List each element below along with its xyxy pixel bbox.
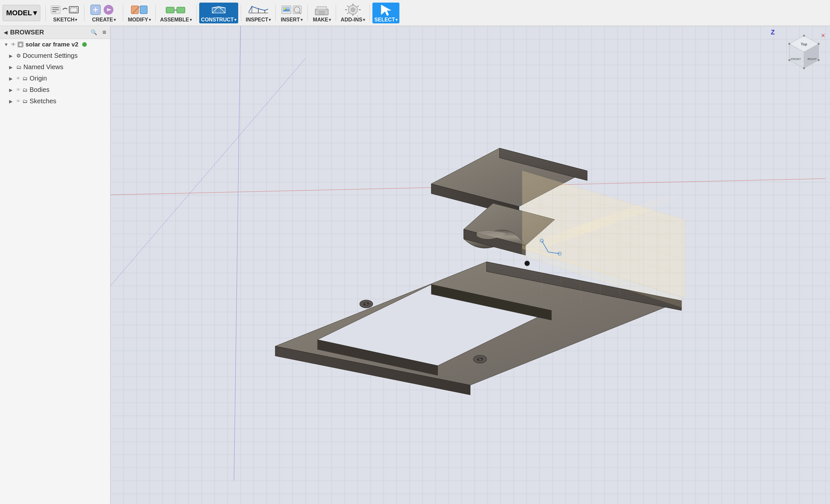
svg-point-92: [789, 59, 790, 61]
root-label: solar car frame v2: [25, 41, 78, 48]
modify-label: MODIFY ▾: [128, 17, 151, 23]
svg-point-94: [803, 67, 805, 69]
bodies-eye-icon[interactable]: 👁: [16, 87, 21, 92]
close-cube-icon[interactable]: ✕: [821, 32, 825, 39]
svg-rect-14: [177, 7, 185, 13]
root-collapse-icon: ▼: [4, 42, 9, 47]
addins-label: ADD-INS ▾: [341, 17, 365, 23]
toolbar-inspect[interactable]: INSPECT ▾: [244, 3, 273, 23]
make-label: MAKE ▾: [313, 17, 331, 23]
toolbar-divider-3: [123, 5, 123, 21]
browser-header[interactable]: ◀ BROWSER 🔍 ≡: [0, 26, 110, 39]
browser-item-doc-settings[interactable]: ▶ ⚙ Document Settings: [0, 50, 110, 61]
select-label: SELECT ▾: [374, 17, 397, 23]
toolbar-divider-8: [308, 5, 308, 21]
make-icons: [314, 3, 330, 16]
named-views-expand-icon: ▶: [9, 65, 14, 70]
svg-point-89: [789, 43, 790, 45]
browser-item-origin[interactable]: ▶ 👁 🗂 Origin: [0, 73, 110, 84]
svg-point-29: [284, 7, 286, 9]
model-dropdown-icon: ▾: [33, 9, 37, 17]
svg-rect-12: [140, 6, 147, 14]
viewport: Z: [110, 26, 830, 504]
model-svg: [243, 119, 698, 411]
toolbar-divider-9: [336, 5, 336, 21]
doc-settings-expand-icon: ▶: [9, 53, 14, 59]
root-eye-icon[interactable]: 👁: [11, 42, 15, 47]
modify-icons: [130, 3, 149, 16]
browser-item-named-views[interactable]: ▶ 🗂 Named Views: [0, 61, 110, 73]
toolbar-select[interactable]: SELECT ▾: [373, 3, 400, 23]
model-3d[interactable]: [110, 26, 830, 504]
browser-back-icon: ◀: [4, 30, 7, 35]
origin-label: Origin: [30, 75, 47, 82]
inspect-label: INSPECT ▾: [246, 17, 271, 23]
toolbar-divider-6: [241, 5, 241, 21]
svg-text:RIGHT: RIGHT: [807, 58, 817, 61]
doc-settings-gear-icon: ⚙: [16, 53, 21, 59]
browser-title: BROWSER: [10, 29, 44, 36]
toolbar-divider-10: [370, 5, 370, 21]
toolbar-make[interactable]: MAKE ▾: [310, 3, 333, 23]
view-cube[interactable]: Top FRONT RIGHT ✕: [785, 32, 824, 71]
browser-search-icon[interactable]: 🔍: [91, 29, 97, 35]
construct-label: CONSTRUCT ▾: [201, 17, 236, 23]
named-views-label: Named Views: [23, 63, 63, 71]
svg-rect-34: [317, 6, 327, 10]
origin-folder-icon: 🗂: [23, 76, 28, 81]
svg-rect-13: [166, 7, 174, 13]
toolbar-divider-4: [155, 5, 156, 21]
sketches-eye-icon[interactable]: 👁: [16, 99, 21, 104]
root-active-indicator: [82, 42, 87, 47]
toolbar-divider-2: [84, 5, 85, 21]
bodies-folder-icon: 🗂: [23, 87, 28, 93]
insert-label: INSERT ▾: [281, 17, 302, 23]
toolbar-addins[interactable]: ADD-INS ▾: [339, 3, 367, 23]
browser-menu-icon[interactable]: ≡: [102, 29, 106, 36]
create-label: CREATE ▾: [92, 17, 116, 23]
insert-icons: [280, 3, 303, 16]
browser-item-root[interactable]: ▼ 👁 ■ solar car frame v2: [0, 39, 110, 50]
root-folder-icon: ■: [18, 41, 23, 47]
svg-point-93: [818, 59, 820, 61]
browser-panel: ◀ BROWSER 🔍 ≡ ▼ 👁 ■ solar car frame v2 ▶…: [0, 26, 110, 504]
sketch-dropdown-icon: ▾: [75, 18, 77, 22]
bodies-expand-icon: ▶: [9, 87, 14, 93]
toolbar-create[interactable]: CREATE ▾: [87, 3, 120, 23]
toolbar-construct[interactable]: CONSTRUCT ▾: [199, 3, 238, 23]
svg-marker-16: [212, 8, 225, 13]
toolbar-divider-7: [275, 5, 276, 21]
bodies-label: Bodies: [30, 86, 50, 94]
model-label: MODEL: [6, 9, 32, 17]
named-views-folder-icon: 🗂: [16, 64, 22, 70]
toolbar-insert[interactable]: INSERT ▾: [278, 3, 305, 23]
toolbar-sketch[interactable]: SKETCH ▾: [49, 3, 82, 23]
origin-eye-icon[interactable]: 👁: [16, 76, 21, 81]
svg-rect-11: [131, 6, 138, 14]
select-icons: [378, 3, 394, 16]
create-icons: [89, 3, 118, 16]
sketches-label: Sketches: [30, 97, 56, 105]
browser-item-sketches[interactable]: ▶ 👁 🗂 Sketches: [0, 96, 110, 107]
toolbar-assemble[interactable]: ASSEMBLE ▾: [158, 3, 194, 23]
svg-point-91: [803, 35, 805, 37]
toolbar-divider-1: [45, 5, 46, 21]
toolbar: MODEL ▾ SKETCH ▾: [0, 0, 830, 26]
addins-icons: [345, 3, 361, 16]
browser-item-bodies[interactable]: ▶ 👁 🗂 Bodies: [0, 84, 110, 96]
origin-expand-icon: ▶: [9, 76, 14, 81]
svg-point-39: [351, 8, 355, 12]
toolbar-divider-5: [196, 5, 197, 21]
svg-text:Top: Top: [801, 42, 807, 46]
model-selector[interactable]: MODEL ▾: [3, 5, 40, 21]
svg-rect-5: [70, 8, 77, 12]
sketches-expand-icon: ▶: [9, 99, 14, 104]
inspect-icons: [247, 3, 270, 16]
toolbar-modify[interactable]: MODIFY ▾: [126, 3, 152, 23]
assemble-icons: [164, 3, 187, 16]
svg-marker-40: [381, 5, 391, 15]
sketches-folder-icon: 🗂: [23, 98, 28, 104]
svg-text:FRONT: FRONT: [791, 58, 801, 61]
construct-icons: [209, 3, 228, 16]
assemble-label: ASSEMBLE ▾: [160, 17, 192, 23]
